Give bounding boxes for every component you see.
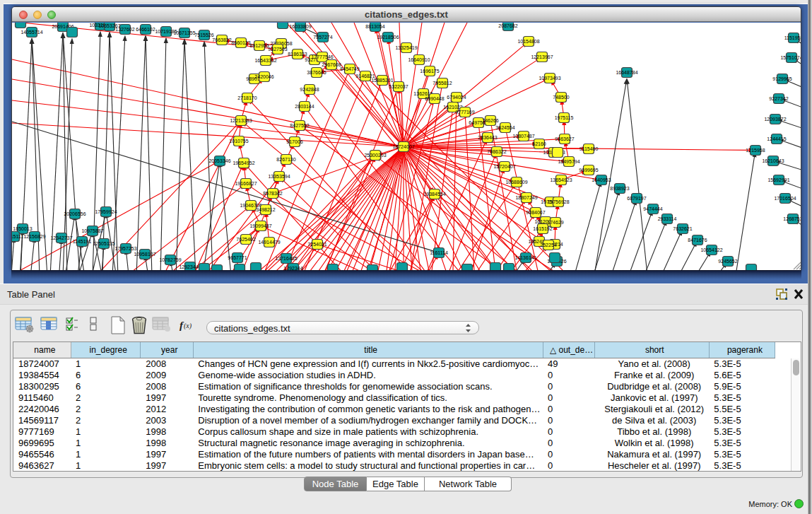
svg-text:9699695: 9699695 [579, 168, 598, 173]
svg-text:13654923: 13654923 [550, 177, 572, 182]
svg-text:7955812: 7955812 [433, 81, 452, 86]
svg-text:12156829: 12156829 [23, 234, 45, 239]
svg-text:7515526: 7515526 [194, 33, 213, 37]
svg-text:1975115: 1975115 [555, 115, 574, 120]
svg-text:16033809: 16033809 [289, 24, 311, 29]
svg-text:16210643: 16210643 [762, 158, 784, 163]
svg-text:12213967: 12213967 [531, 54, 553, 59]
svg-text:19218506: 19218506 [377, 35, 399, 40]
svg-text:3876645: 3876645 [307, 70, 326, 75]
svg-text:15756928: 15756928 [547, 199, 569, 204]
svg-text:14914479: 14914479 [258, 240, 280, 245]
svg-text:9777169: 9777169 [455, 110, 474, 115]
svg-text:20053346: 20053346 [208, 158, 230, 163]
svg-text:15720407: 15720407 [493, 164, 515, 169]
svg-text:1268753: 1268753 [783, 216, 801, 221]
svg-text:9227342: 9227342 [769, 96, 788, 101]
svg-text:8471676: 8471676 [688, 238, 707, 243]
svg-text:8427552: 8427552 [290, 123, 309, 128]
svg-text:9245652: 9245652 [718, 259, 737, 264]
svg-text:8660123: 8660123 [231, 40, 250, 45]
svg-text:2087682: 2087682 [498, 23, 517, 28]
svg-text:3498212: 3498212 [256, 207, 275, 212]
svg-text:3624554: 3624554 [495, 125, 514, 130]
svg-text:16648784: 16648784 [616, 70, 637, 75]
svg-text:6879197: 6879197 [627, 196, 646, 201]
svg-text:18807249: 18807249 [515, 195, 537, 200]
svg-text:17016504: 17016504 [774, 196, 796, 201]
svg-text:17957253: 17957253 [114, 246, 136, 251]
svg-text:1850013: 1850013 [13, 226, 32, 231]
svg-text:12213383: 12213383 [230, 118, 252, 123]
svg-text:748500: 748500 [553, 95, 569, 100]
svg-text:2420046: 2420046 [254, 74, 273, 79]
svg-text:15751074: 15751074 [780, 55, 801, 60]
svg-text:8912955: 8912955 [249, 43, 269, 48]
svg-text:2836443: 2836443 [478, 135, 497, 140]
svg-text:1696175: 1696175 [420, 69, 439, 74]
svg-text:10671355: 10671355 [173, 30, 195, 35]
svg-text:13716485: 13716485 [275, 256, 297, 261]
svg-text:1615192: 1615192 [533, 226, 552, 231]
svg-text:746266: 746266 [482, 118, 498, 123]
svg-text:8578342: 8578342 [263, 191, 282, 196]
svg-text:5322037: 5322037 [389, 84, 408, 89]
svg-text:10975887: 10975887 [81, 228, 103, 233]
svg-text:14136141: 14136141 [514, 255, 536, 260]
svg-text:18724007: 18724007 [392, 144, 414, 149]
svg-text:174629: 174629 [547, 220, 563, 225]
svg-text:7857274: 7857274 [313, 35, 332, 40]
svg-text:10688609: 10688609 [505, 180, 527, 185]
svg-text:62160: 62160 [532, 141, 546, 146]
svg-text:25300203: 25300203 [364, 153, 386, 158]
svg-text:7663822: 7663822 [212, 37, 231, 42]
svg-text:1640953: 1640953 [592, 177, 611, 182]
svg-text:19166827: 19166827 [235, 181, 257, 186]
svg-text:6794024: 6794024 [447, 95, 466, 100]
svg-text:8813054: 8813054 [365, 24, 384, 29]
svg-text:252254: 252254 [540, 243, 556, 247]
svg-text:15692991: 15692991 [767, 177, 789, 182]
svg-text:1215958: 1215958 [746, 148, 765, 153]
svg-text:2933114: 2933114 [658, 216, 677, 221]
svg-text:7986322: 7986322 [487, 149, 506, 154]
svg-text:9242848: 9242848 [300, 87, 319, 92]
svg-text:20206556: 20206556 [64, 211, 86, 216]
svg-text:10807487: 10807487 [512, 134, 534, 139]
svg-text:(x): (x) [184, 322, 192, 330]
svg-text:9463627: 9463627 [555, 136, 574, 141]
svg-text:9327503: 9327503 [268, 47, 287, 52]
svg-text:9474444: 9474444 [643, 206, 662, 211]
svg-text:9657771: 9657771 [228, 255, 247, 260]
svg-text:10154808: 10154808 [517, 39, 539, 44]
svg-text:1327602: 1327602 [115, 27, 134, 32]
svg-text:1151958: 1151958 [784, 35, 801, 40]
svg-text:1145191: 1145191 [73, 239, 92, 244]
svg-text:2718170: 2718170 [237, 95, 257, 100]
svg-text:6466102: 6466102 [136, 27, 155, 32]
svg-text:16640910: 16640910 [408, 57, 430, 62]
svg-text:2803144: 2803144 [295, 104, 314, 109]
svg-text:13353594: 13353594 [268, 174, 290, 179]
svg-text:9084067: 9084067 [526, 210, 545, 215]
svg-text:7632621: 7632621 [673, 226, 692, 231]
svg-text:18495794: 18495794 [558, 159, 579, 164]
svg-text:10654122: 10654122 [700, 247, 722, 252]
svg-text:1244415: 1244415 [767, 136, 786, 141]
svg-text:6990448: 6990448 [425, 96, 444, 101]
svg-text:10782759: 10782759 [159, 257, 181, 262]
svg-text:12505135: 12505135 [93, 241, 114, 246]
svg-text:13325419: 13325419 [395, 45, 417, 50]
svg-text:17959924: 17959924 [95, 209, 117, 214]
svg-text:19384554: 19384554 [423, 192, 445, 197]
svg-text:10973493: 10973493 [539, 76, 560, 81]
svg-text:15885201: 15885201 [371, 78, 393, 83]
svg-text:9129965: 9129965 [772, 76, 792, 81]
svg-text:12093872: 12093872 [764, 117, 786, 122]
svg-text:8186323: 8186323 [288, 52, 307, 57]
svg-text:1161114: 1161114 [430, 250, 448, 255]
svg-text:17777546: 17777546 [311, 54, 333, 59]
svg-text:917006: 917006 [286, 139, 302, 144]
svg-text:1010755: 1010755 [229, 139, 248, 144]
svg-text:7625402: 7625402 [236, 237, 255, 242]
